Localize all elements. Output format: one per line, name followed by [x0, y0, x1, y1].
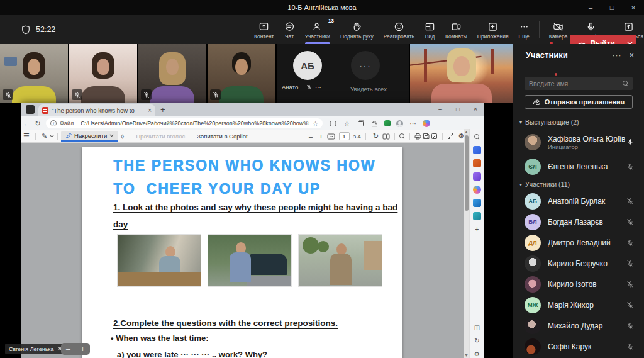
- scroll-up-icon[interactable]: ▲: [464, 130, 469, 134]
- toc-icon[interactable]: ☰: [21, 132, 32, 140]
- sidebar-games-icon[interactable]: [473, 172, 481, 181]
- favorites-icon[interactable]: ☆: [343, 120, 351, 128]
- address-bar[interactable]: i Файл C:/Users/Admin/OneDrive/Рабочий%2…: [46, 118, 323, 128]
- maximize-button[interactable]: □: [601, 0, 623, 15]
- fit-width-icon[interactable]: [327, 133, 335, 140]
- camera-button[interactable]: Камера: [544, 15, 573, 44]
- zoom-out-icon[interactable]: –: [306, 133, 315, 140]
- participant-row[interactable]: БЛБогдан Лазарєв: [513, 211, 644, 232]
- fullscreen-icon[interactable]: [447, 133, 454, 140]
- chat-button[interactable]: Чат: [279, 15, 300, 44]
- minimize-button[interactable]: –: [580, 0, 601, 15]
- participant-row[interactable]: Михайло Дудар: [513, 315, 644, 336]
- participant-search-box[interactable]: [525, 77, 633, 90]
- read-aloud-button[interactable]: Прочитати вголос: [133, 133, 187, 140]
- video-tile-2[interactable]: [69, 44, 137, 103]
- pdf-scrollbar[interactable]: ▲ ▼: [464, 129, 469, 358]
- sidebar-outlook-icon[interactable]: [473, 199, 481, 207]
- participant-row[interactable]: ДЛДмитро Левадний: [513, 232, 644, 253]
- close-button[interactable]: ×: [467, 103, 484, 115]
- sidebar-add-icon[interactable]: +: [473, 225, 481, 233]
- profile-avatar-icon[interactable]: [396, 120, 403, 127]
- close-button[interactable]: ×: [623, 0, 644, 15]
- sidebar-drop-icon[interactable]: [473, 212, 481, 220]
- minimize-button[interactable]: –: [431, 103, 449, 115]
- ask-copilot-button[interactable]: Запитати в Copilot: [194, 133, 250, 140]
- participant-mic-off[interactable]: [625, 163, 635, 171]
- chevron-down-icon[interactable]: [50, 135, 54, 138]
- tab-close-icon[interactable]: ×: [148, 107, 152, 114]
- page-view-icon[interactable]: [382, 133, 390, 140]
- video-tile-3[interactable]: [138, 44, 206, 103]
- participant-mic-off[interactable]: [625, 322, 635, 330]
- scrollbar-thumb[interactable]: [465, 135, 469, 211]
- see-all-button[interactable]: ···: [351, 51, 380, 80]
- participant-row[interactable]: Софія Карук: [513, 336, 644, 357]
- participant-row[interactable]: МЖМарія Жихор: [513, 294, 644, 315]
- participant-row[interactable]: ЄЛЄвгенія Легенька: [513, 156, 644, 177]
- search-input[interactable]: [529, 80, 619, 87]
- sidebar-copilot-icon[interactable]: [473, 186, 481, 194]
- participants-section-header[interactable]: ▾Выступающие (2): [513, 115, 644, 128]
- video-tile-4[interactable]: [208, 44, 275, 103]
- sidebar-settings-icon[interactable]: ⚙: [473, 350, 481, 358]
- zoom-out-button[interactable]: –: [66, 345, 70, 354]
- participant-mic-off[interactable]: [625, 301, 635, 309]
- back-icon[interactable]: ←: [21, 120, 32, 127]
- zoom-in-button[interactable]: +: [80, 345, 85, 354]
- participant-mic-off[interactable]: [625, 343, 635, 350]
- send-invite-button[interactable]: Отправка приглашения: [525, 95, 633, 109]
- more-icon[interactable]: ···: [315, 84, 321, 91]
- apps-button[interactable]: Приложения: [472, 15, 514, 44]
- copilot-icon[interactable]: [423, 120, 430, 127]
- draw-button[interactable]: Накреслити: [61, 131, 118, 142]
- video-tile-1[interactable]: [0, 44, 68, 103]
- sidebar-customize-icon[interactable]: ◫: [473, 323, 481, 332]
- browser-essentials-icon[interactable]: [384, 120, 391, 126]
- print-icon[interactable]: [414, 133, 421, 140]
- video-tile-teacher[interactable]: [410, 44, 513, 103]
- new-tab-button[interactable]: +: [160, 105, 165, 115]
- participant-mic-off[interactable]: [625, 218, 635, 226]
- collections-icon[interactable]: [357, 120, 365, 128]
- save-as-icon[interactable]: [431, 133, 438, 140]
- rooms-button[interactable]: Комнаты: [440, 15, 472, 44]
- panel-close-icon[interactable]: ×: [626, 50, 636, 60]
- participant-row[interactable]: Кирило Ізотов: [513, 274, 644, 294]
- eraser-icon[interactable]: ⬨: [118, 132, 126, 140]
- participant-mic-off[interactable]: [625, 281, 635, 288]
- participant-row[interactable]: АБАнатолій Бурлак: [513, 191, 644, 211]
- sidebar-office-icon[interactable]: [473, 159, 481, 167]
- avatar[interactable]: АБ: [293, 51, 322, 80]
- raise-hand-button[interactable]: Поднять руку: [335, 15, 379, 44]
- participant-row[interactable]: Хафізова Ольга ЮріївнаИнициатор: [513, 128, 644, 156]
- react-button[interactable]: Реагировать: [379, 15, 419, 44]
- url-text[interactable]: C:/Users/Admin/OneDrive/Рабочий%20стол/T…: [80, 120, 309, 126]
- page-info-icon[interactable]: i: [50, 120, 57, 126]
- participant-row[interactable]: Кирило Безручко: [513, 253, 644, 274]
- tab-actions-icon[interactable]: [26, 105, 35, 114]
- participant-mic-off[interactable]: [625, 198, 635, 205]
- more-button[interactable]: Еще: [514, 15, 535, 44]
- content-button[interactable]: Контент: [249, 15, 279, 44]
- participant-mic-off[interactable]: [625, 260, 635, 267]
- save-icon[interactable]: [423, 133, 430, 140]
- pdf-document-area[interactable]: THE PERSON WHO KNOWS HOW TO CHEER YOUR D…: [21, 143, 470, 358]
- pen-icon[interactable]: ✎: [39, 132, 50, 140]
- scroll-down-icon[interactable]: ▼: [464, 353, 469, 357]
- participants-button[interactable]: 13 Участники: [300, 15, 336, 44]
- page-number-input[interactable]: 1: [339, 132, 350, 140]
- split-screen-icon[interactable]: [329, 120, 337, 128]
- reload-icon[interactable]: ↻: [32, 120, 43, 128]
- extensions-puzzle-icon[interactable]: [370, 120, 379, 128]
- panel-more-icon[interactable]: ···: [607, 51, 626, 60]
- browser-tab[interactable]: "The person who knows how to ×: [38, 104, 155, 116]
- search-document-icon[interactable]: [399, 133, 405, 139]
- sidebar-shopping-icon[interactable]: [473, 146, 481, 154]
- participant-mic-on[interactable]: [625, 138, 635, 146]
- maximize-button[interactable]: □: [449, 103, 467, 115]
- view-button[interactable]: Вид: [419, 15, 440, 44]
- participant-mic-off[interactable]: [625, 239, 635, 247]
- rotate-icon[interactable]: ↻: [370, 132, 381, 140]
- favorite-star-icon[interactable]: ☆: [313, 120, 318, 127]
